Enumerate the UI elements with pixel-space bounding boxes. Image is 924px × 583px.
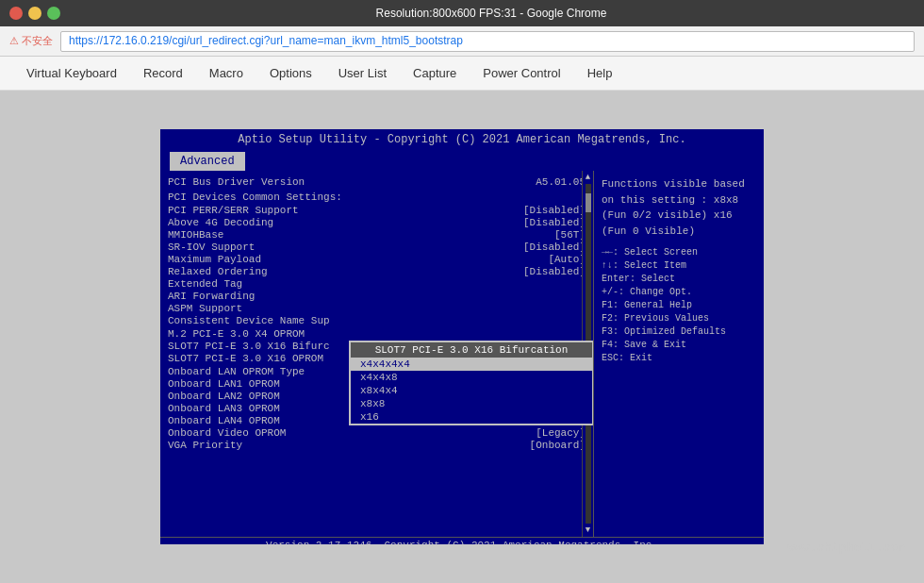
help-key-0: →←: Select Screen — [602, 246, 756, 259]
address-input[interactable]: https://172.16.0.219/cgi/url_redirect.cg… — [60, 31, 915, 52]
help-key-1: ↑↓: Select Item — [602, 259, 756, 273]
main-area: Aptio Setup Utility - Copyright (C) 2021… — [0, 91, 924, 583]
bios-row-value-0: [Disabled] — [523, 205, 586, 216]
help-keys-container: →←: Select Screen↑↓: Select ItemEnter: S… — [602, 246, 756, 365]
bios-row-value-21: [Onboard] — [530, 440, 586, 451]
bios-row-label-8: ASPM Support — [168, 303, 242, 314]
nav-power-control[interactable]: Power Control — [471, 60, 571, 86]
pci-driver-row: PCI Bus Driver Version A5.01.05 — [168, 176, 586, 188]
bios-row-label-0: PCI PERR/SERR Support — [168, 205, 299, 216]
bios-row-0: PCI PERR/SERR Support[Disabled] — [168, 205, 586, 216]
close-btn[interactable] — [9, 7, 23, 20]
bios-tab-bar: Advanced — [160, 150, 764, 171]
scroll-thumb — [586, 193, 591, 212]
browser-addressbar: ⚠ 不安全 https://172.16.0.219/cgi/url_redir… — [0, 26, 924, 57]
bios-tab-advanced[interactable]: Advanced — [170, 152, 245, 171]
bios-row-label-13: SLOT7 PCI-E 3.0 X16 OPROM — [168, 353, 323, 364]
min-btn[interactable] — [28, 7, 41, 20]
scroll-down-btn[interactable]: ▼ — [586, 525, 590, 535]
bios-right-panel: Functions visible based on this setting … — [594, 171, 764, 537]
dropdown-option-1[interactable]: x4x4x8 — [351, 371, 592, 384]
bios-row-label-19: Onboard LAN4 OPROM — [168, 415, 280, 426]
help-key-2: Enter: Select — [602, 273, 756, 286]
help-key-4: F1: General Help — [602, 299, 756, 312]
bios-row-label-17: Onboard LAN2 OPROM — [168, 391, 280, 402]
bios-row-value-5: [Disabled] — [523, 266, 586, 277]
bios-row-21: VGA Priority[Onboard] — [168, 440, 586, 451]
bios-dropdown: SLOT7 PCI-E 3.0 X16 Bifurcation x4x4x4x4… — [349, 341, 594, 425]
browser-title: Resolution:800x600 FPS:31 - Google Chrom… — [68, 7, 915, 20]
bios-row-9: Consistent Device Name Sup — [168, 315, 586, 326]
bios-row-4: Maximum Payload[Auto] — [168, 254, 586, 265]
bios-row-label-12: SLOT7 PCI-E 3.0 X16 Bifurc — [168, 341, 330, 352]
bios-row-6: Extended Tag — [168, 278, 586, 290]
help-key-6: F3: Optimized Defaults — [602, 325, 756, 339]
bios-row-label-16: Onboard LAN1 OPROM — [168, 378, 280, 390]
bios-row-label-7: ARI Forwarding — [168, 291, 255, 302]
bios-row-value-20: [Legacy] — [536, 427, 586, 439]
bios-header: Aptio Setup Utility - Copyright (C) 2021… — [160, 129, 764, 150]
bios-row-11: M.2 PCI-E 3.0 X4 OPROM — [168, 328, 586, 340]
dropdown-option-3[interactable]: x8x8 — [351, 397, 592, 410]
bios-row-label-9: Consistent Device Name Sup — [168, 315, 330, 326]
bios-row-label-1: Above 4G Decoding — [168, 217, 273, 228]
nav-capture[interactable]: Capture — [402, 60, 468, 86]
help-key-3: +/-: Change Opt. — [602, 286, 756, 299]
nav-help[interactable]: Help — [576, 60, 624, 86]
chiphell-watermark: www.chiphell.com — [787, 541, 905, 555]
bios-left-panel: PCI Bus Driver Version A5.01.05 PCI Devi… — [160, 171, 594, 537]
dropdown-option-4[interactable]: x16 — [351, 410, 592, 424]
pci-devices-title: PCI Devices Common Settings: — [168, 192, 586, 203]
bios-dropdown-title: SLOT7 PCI-E 3.0 X16 Bifurcation — [351, 342, 592, 358]
browser-titlebar: Resolution:800x600 FPS:31 - Google Chrom… — [0, 0, 924, 26]
kvm-navbar: Virtual Keyboard Record Macro Options Us… — [0, 57, 924, 91]
bios-row-3: SR-IOV Support[Disabled] — [168, 242, 586, 253]
bios-content: PCI Bus Driver Version A5.01.05 PCI Devi… — [160, 171, 764, 537]
dropdown-option-2[interactable]: x8x4x4 — [351, 384, 592, 397]
scroll-up-btn[interactable]: ▲ — [586, 173, 590, 182]
nav-virtual-keyboard[interactable]: Virtual Keyboard — [15, 60, 128, 86]
bios-row-label-21: VGA Priority — [168, 440, 242, 451]
bios-row-label-20: Onboard Video OPROM — [168, 427, 286, 439]
security-badge: ⚠ 不安全 — [9, 34, 53, 48]
bios-screen: Aptio Setup Utility - Copyright (C) 2021… — [160, 129, 764, 544]
bios-row-2: MMIOHBase[56T] — [168, 229, 586, 241]
help-key-5: F2: Previous Values — [602, 312, 756, 325]
bios-row-label-4: Maximum Payload — [168, 254, 261, 265]
bios-row-label-2: MMIOHBase — [168, 229, 223, 241]
bios-row-label-15: Onboard LAN OPROM Type — [168, 366, 305, 377]
bios-row-label-18: Onboard LAN3 OPROM — [168, 403, 280, 414]
nav-user-list[interactable]: User List — [327, 60, 398, 86]
bios-row-7: ARI Forwarding — [168, 291, 586, 302]
bios-row-label-11: M.2 PCI-E 3.0 X4 OPROM — [168, 328, 305, 340]
help-key-8: ESC: Exit — [602, 352, 756, 365]
bios-row-value-1: [Disabled] — [523, 217, 586, 228]
bios-row-label-6: Extended Tag — [168, 278, 242, 290]
dropdown-options: x4x4x4x4x4x4x8x8x4x4x8x8x16 — [351, 358, 592, 424]
nav-macro[interactable]: Macro — [198, 60, 255, 86]
bios-row-value-4: [Auto] — [548, 254, 586, 265]
bios-row-5: Relaxed Ordering[Disabled] — [168, 266, 586, 277]
bios-help-text: Functions visible based on this setting … — [602, 176, 756, 239]
help-key-7: F4: Save & Exit — [602, 339, 756, 352]
nav-options[interactable]: Options — [258, 60, 323, 86]
bios-row-label-5: Relaxed Ordering — [168, 266, 268, 277]
bios-row-20: Onboard Video OPROM[Legacy] — [168, 427, 586, 439]
bios-row-label-3: SR-IOV Support — [168, 242, 255, 253]
max-btn[interactable] — [47, 7, 60, 20]
bios-version-bar: Version 2.17.1246. Copyright (C) 2021 Am… — [160, 537, 764, 544]
dropdown-option-0[interactable]: x4x4x4x4 — [351, 358, 592, 371]
bios-row-8: ASPM Support — [168, 303, 586, 314]
bios-row-value-3: [Disabled] — [523, 242, 586, 253]
nav-record[interactable]: Record — [132, 60, 194, 86]
bios-row-1: Above 4G Decoding[Disabled] — [168, 217, 586, 228]
